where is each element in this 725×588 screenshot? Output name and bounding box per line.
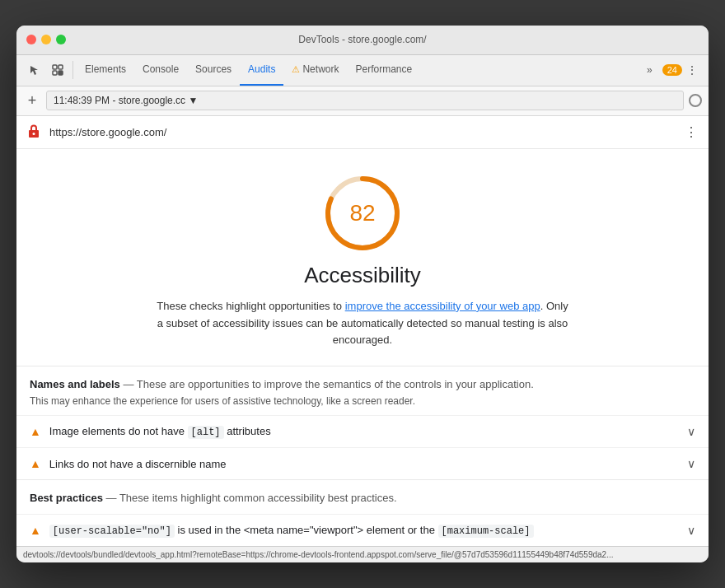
security-icon	[26, 124, 43, 140]
warning-badge: 24	[662, 64, 682, 76]
url-row: https://store.google.com/ ⋮	[16, 116, 709, 149]
accessibility-link[interactable]: improve the accessibility of your web ap…	[345, 300, 540, 312]
names-labels-section-header: Names and labels — These are opportuniti…	[16, 366, 709, 415]
svg-rect-2	[53, 71, 57, 75]
best-practices-desc: — These items highlight common accessibi…	[106, 492, 397, 504]
audit-item-viewport[interactable]: ▲ [user-scalable="no"] is used in the <m…	[16, 514, 709, 546]
score-value: 82	[349, 200, 375, 226]
window-title: DevTools - store.google.com/	[298, 34, 426, 45]
main-toolbar: Elements Console Sources Audits ⚠ Networ…	[16, 55, 709, 86]
devtools-window: DevTools - store.google.com/ Elements Co…	[16, 26, 709, 562]
main-content: 82 Accessibility These checks highlight …	[16, 149, 709, 546]
warning-icon-viewport: ▲	[30, 524, 41, 537]
audit-item-links-text: Links do not have a discernible name	[49, 458, 679, 470]
chevron-down-icon-2: ∨	[687, 457, 695, 470]
traffic-lights	[26, 35, 66, 44]
tab-elements[interactable]: Elements	[77, 54, 134, 86]
secondary-toolbar: + 11:48:39 PM - store.google.cc ▼	[16, 86, 709, 116]
inspect-icon[interactable]	[46, 58, 69, 82]
page-url: https://store.google.com/	[49, 126, 678, 138]
close-button[interactable]	[26, 35, 36, 44]
tab-performance[interactable]: Performance	[347, 54, 420, 86]
new-tab-button[interactable]: +	[23, 91, 41, 110]
tabs-container: Elements Console Sources Audits ⚠ Networ…	[77, 54, 640, 86]
audit-item-links[interactable]: ▲ Links do not have a discernible name ∨	[16, 447, 709, 479]
audit-title: Accessibility	[304, 263, 421, 288]
warning-icon-alt: ▲	[30, 425, 41, 438]
record-button[interactable]	[689, 94, 702, 107]
audit-item-viewport-text: [user-scalable="no"] is used in the <met…	[49, 524, 679, 537]
status-bar: devtools://devtools/bundled/devtools_app…	[16, 546, 709, 562]
minimize-button[interactable]	[41, 35, 51, 44]
names-labels-subtitle: This may enhance the experience for user…	[30, 394, 695, 408]
tab-audits[interactable]: Audits	[240, 54, 283, 86]
tab-network[interactable]: ⚠ Network	[283, 54, 347, 86]
names-labels-title: Names and labels	[30, 378, 120, 390]
svg-rect-3	[58, 71, 63, 75]
chevron-down-icon: ∨	[687, 425, 695, 438]
score-circle: 82	[323, 174, 402, 253]
network-warning-icon: ⚠	[292, 64, 300, 75]
best-practices-section-header: Best practices — These items highlight c…	[16, 479, 709, 514]
audit-item-alt-text: Image elements do not have [alt] attribu…	[49, 425, 679, 438]
address-display: 11:48:39 PM - store.google.cc ▼	[54, 95, 198, 106]
section-title-row-2: Best practices — These items highlight c…	[30, 492, 695, 504]
svg-rect-1	[58, 65, 63, 69]
status-text: devtools://devtools/bundled/devtools_app…	[23, 550, 613, 559]
svg-rect-0	[53, 65, 57, 69]
cursor-icon[interactable]	[23, 58, 46, 82]
more-options-icon[interactable]: ⋮	[682, 60, 702, 80]
toolbar-separator	[72, 61, 73, 79]
score-description: These checks highlight opportunities to …	[157, 298, 568, 349]
section-title-row-1: Names and labels — These are opportuniti…	[30, 378, 695, 390]
warning-icon-links: ▲	[30, 457, 41, 470]
title-bar: DevTools - store.google.com/	[16, 26, 709, 55]
audit-item-alt[interactable]: ▲ Image elements do not have [alt] attri…	[16, 415, 709, 447]
svg-point-5	[33, 133, 35, 135]
tab-console[interactable]: Console	[134, 54, 187, 86]
maximize-button[interactable]	[56, 35, 66, 44]
tab-overflow-btn[interactable]: »	[640, 64, 659, 76]
chevron-down-icon-3: ∨	[687, 524, 695, 537]
url-more-icon[interactable]: ⋮	[685, 124, 699, 140]
best-practices-title: Best practices	[30, 492, 103, 504]
url-input[interactable]: 11:48:39 PM - store.google.cc ▼	[46, 91, 684, 110]
score-section: 82 Accessibility These checks highlight …	[16, 149, 709, 366]
names-labels-desc: — These are opportunities to improve the…	[123, 378, 533, 390]
tab-sources[interactable]: Sources	[187, 54, 240, 86]
